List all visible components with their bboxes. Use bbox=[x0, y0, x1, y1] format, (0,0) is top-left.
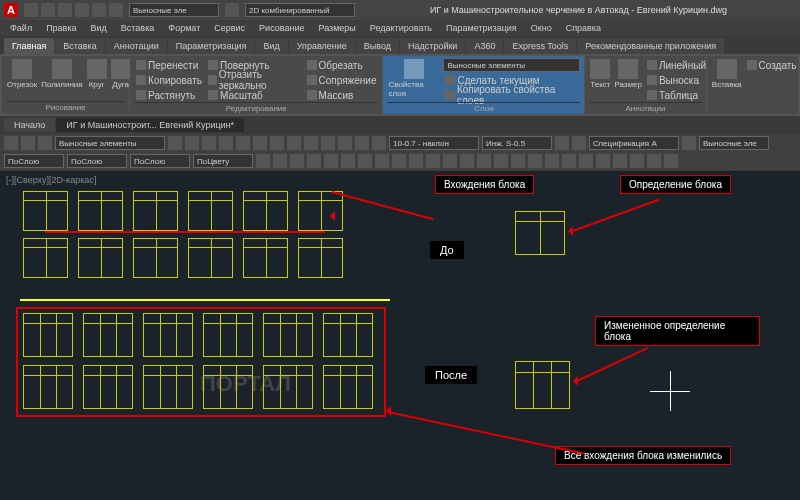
tb-icon[interactable] bbox=[613, 154, 627, 168]
tb-icon[interactable] bbox=[630, 154, 644, 168]
lweight-combo[interactable]: ПоСлою bbox=[130, 154, 190, 168]
tab-anno[interactable]: Аннотации bbox=[106, 38, 167, 54]
tb-icon[interactable] bbox=[375, 154, 389, 168]
tb-icon[interactable] bbox=[236, 136, 250, 150]
dim-button[interactable]: Размер bbox=[613, 58, 643, 90]
copy-layerprops-button[interactable]: Копировать свойства слоев bbox=[443, 88, 580, 102]
qat-combo[interactable]: Выносные эле bbox=[129, 3, 219, 17]
tb-icon[interactable] bbox=[21, 136, 35, 150]
tab-home[interactable]: Главная bbox=[4, 38, 54, 54]
tb-icon[interactable] bbox=[426, 154, 440, 168]
menu-edit[interactable]: Правка bbox=[40, 22, 82, 34]
tb-icon[interactable] bbox=[682, 136, 696, 150]
trim-button[interactable]: Обрезать bbox=[305, 58, 379, 72]
scale-button[interactable]: Масштаб bbox=[206, 88, 303, 102]
table-button[interactable]: Таблица bbox=[645, 88, 708, 102]
array-button[interactable]: Массив bbox=[305, 88, 379, 102]
qat-workspace-combo[interactable]: 2D комбинированный bbox=[245, 3, 355, 17]
qat-share-icon[interactable] bbox=[225, 3, 239, 17]
tb-extra-combo[interactable]: Выносные эле bbox=[699, 136, 769, 150]
line-button[interactable]: Отрезок bbox=[6, 58, 38, 90]
menu-modify[interactable]: Редактировать bbox=[364, 22, 438, 34]
qat-undo-icon[interactable] bbox=[75, 3, 89, 17]
plotstyle-combo[interactable]: ПоЦвету bbox=[193, 154, 253, 168]
tb-layer-combo[interactable]: Выносные элементы bbox=[55, 136, 165, 150]
stretch-button[interactable]: Растянуть bbox=[134, 88, 204, 102]
tab-view[interactable]: Вид bbox=[255, 38, 287, 54]
tb-icon[interactable] bbox=[168, 136, 182, 150]
qat-new-icon[interactable] bbox=[24, 3, 38, 17]
tb-icon[interactable] bbox=[494, 154, 508, 168]
tb-icon[interactable] bbox=[321, 136, 335, 150]
tab-express[interactable]: Express Tools bbox=[504, 38, 576, 54]
tab-recommended[interactable]: Рекомендованные приложения bbox=[577, 38, 724, 54]
polyline-button[interactable]: Полилиния bbox=[40, 58, 84, 90]
qat-save-icon[interactable] bbox=[58, 3, 72, 17]
layer-props-button[interactable]: Свойства слоя bbox=[387, 58, 441, 99]
tb-icon[interactable] bbox=[372, 136, 386, 150]
tb-icon[interactable] bbox=[562, 154, 576, 168]
arc-button[interactable]: Дуга bbox=[110, 58, 132, 90]
color-combo[interactable]: ПоСлою bbox=[4, 154, 64, 168]
viewport-label[interactable]: [-][Сверху][2D-каркас] bbox=[6, 175, 96, 185]
menu-service[interactable]: Сервис bbox=[208, 22, 251, 34]
tb-icon[interactable] bbox=[358, 154, 372, 168]
menu-dims[interactable]: Размеры bbox=[312, 22, 361, 34]
tb-icon[interactable] bbox=[273, 154, 287, 168]
layer-combo[interactable]: Выносные элементы bbox=[443, 58, 580, 72]
tb-dimstyle-combo[interactable]: Инж. S-0.5 bbox=[482, 136, 552, 150]
create-block-button[interactable]: Создать bbox=[745, 58, 799, 72]
menu-view[interactable]: Вид bbox=[85, 22, 113, 34]
text-button[interactable]: Текст bbox=[589, 58, 611, 90]
tb-icon[interactable] bbox=[202, 136, 216, 150]
tb-icon[interactable] bbox=[253, 136, 267, 150]
tb-icon[interactable] bbox=[409, 154, 423, 168]
tb-icon[interactable] bbox=[392, 154, 406, 168]
tb-icon[interactable] bbox=[38, 136, 52, 150]
tab-output[interactable]: Вывод bbox=[356, 38, 399, 54]
tab-addins[interactable]: Надстройки bbox=[400, 38, 465, 54]
menu-format[interactable]: Формат bbox=[162, 22, 206, 34]
insert-block-button[interactable]: Вставка bbox=[711, 58, 743, 90]
tb-icon[interactable] bbox=[290, 154, 304, 168]
move-button[interactable]: Перенести bbox=[134, 58, 204, 72]
copy-button[interactable]: Копировать bbox=[134, 73, 204, 87]
tb-icon[interactable] bbox=[338, 136, 352, 150]
circle-button[interactable]: Круг bbox=[86, 58, 108, 90]
tab-a360[interactable]: A360 bbox=[466, 38, 503, 54]
tb-icon[interactable] bbox=[572, 136, 586, 150]
tb-icon[interactable] bbox=[664, 154, 678, 168]
tb-icon[interactable] bbox=[307, 154, 321, 168]
ltype-combo[interactable]: ПоСлою bbox=[67, 154, 127, 168]
tb-icon[interactable] bbox=[579, 154, 593, 168]
tb-icon[interactable] bbox=[341, 154, 355, 168]
tb-icon[interactable] bbox=[304, 136, 318, 150]
tb-icon[interactable] bbox=[185, 136, 199, 150]
mirror-button[interactable]: Отразить зеркально bbox=[206, 73, 303, 87]
tb-icon[interactable] bbox=[443, 154, 457, 168]
qat-open-icon[interactable] bbox=[41, 3, 55, 17]
tab-param[interactable]: Параметризация bbox=[168, 38, 255, 54]
menu-file[interactable]: Файл bbox=[4, 22, 38, 34]
leader-button[interactable]: Выноска bbox=[645, 73, 708, 87]
menu-param[interactable]: Параметризация bbox=[440, 22, 523, 34]
menu-insert[interactable]: Вставка bbox=[115, 22, 160, 34]
tb-icon[interactable] bbox=[355, 136, 369, 150]
menu-window[interactable]: Окно bbox=[525, 22, 558, 34]
fillet-button[interactable]: Сопряжение bbox=[305, 73, 379, 87]
tab-manage[interactable]: Управление bbox=[289, 38, 355, 54]
qat-redo-icon[interactable] bbox=[92, 3, 106, 17]
tb-textstyle-combo[interactable]: 10-0.7 - наклон bbox=[389, 136, 479, 150]
tb-icon[interactable] bbox=[287, 136, 301, 150]
qat-print-icon[interactable] bbox=[109, 3, 123, 17]
menu-help[interactable]: Справка bbox=[560, 22, 607, 34]
tb-icon[interactable] bbox=[511, 154, 525, 168]
drawing-canvas[interactable]: [-][Сверху][2D-каркас] ПОРТАЛ document.w… bbox=[0, 171, 800, 500]
tb-icon[interactable] bbox=[460, 154, 474, 168]
tb-icon[interactable] bbox=[647, 154, 661, 168]
tb-tablestyle-combo[interactable]: Спецификация A bbox=[589, 136, 679, 150]
tb-icon[interactable] bbox=[219, 136, 233, 150]
tb-icon[interactable] bbox=[596, 154, 610, 168]
tb-icon[interactable] bbox=[324, 154, 338, 168]
tb-icon[interactable] bbox=[545, 154, 559, 168]
